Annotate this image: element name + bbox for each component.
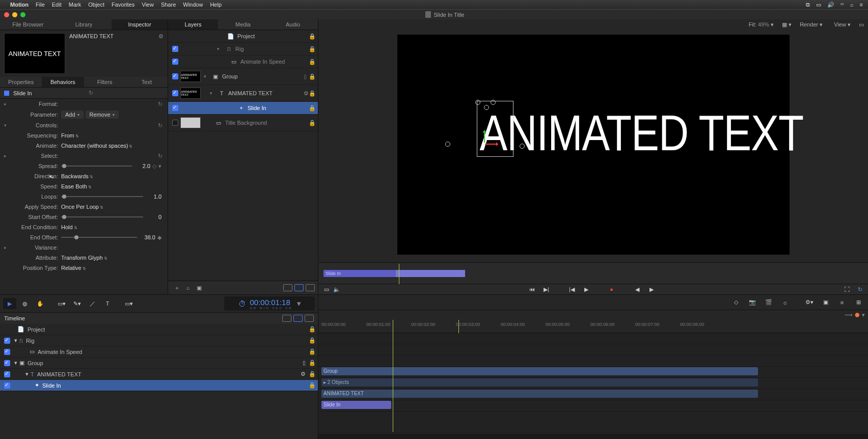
- timeline-view-3[interactable]: [305, 315, 314, 322]
- layer-row-animate-speed[interactable]: ▭ Animate In Speed🔒: [168, 56, 318, 68]
- end-offset-value[interactable]: 38.0: [137, 234, 155, 240]
- menu-app[interactable]: Motion: [10, 2, 29, 8]
- view-dropdown[interactable]: View ▾: [831, 20, 854, 29]
- tab-properties[interactable]: Properties: [0, 77, 42, 87]
- lock-icon[interactable]: 🔒: [309, 348, 316, 355]
- camera-icon[interactable]: 📷: [746, 297, 759, 308]
- layer-visible-checkbox[interactable]: [172, 90, 178, 96]
- attribute-dropdown[interactable]: Transform Glyph⇅: [61, 255, 107, 261]
- timecode-display[interactable]: ⏱ 00:00:01:18 HR MIN SEC FR ▾: [224, 296, 315, 311]
- close-window-button[interactable]: [4, 12, 9, 17]
- start-offset-value[interactable]: 0: [143, 214, 161, 220]
- tab-text[interactable]: Text: [126, 77, 168, 87]
- disclosure-icon[interactable]: ▾: [25, 371, 29, 377]
- gear-icon[interactable]: ⚙: [304, 90, 309, 97]
- playhead[interactable]: [393, 320, 393, 432]
- play-button[interactable]: ▶: [581, 285, 591, 293]
- track-visible-checkbox[interactable]: [4, 338, 10, 344]
- lock-icon[interactable]: 🔒: [309, 382, 316, 389]
- dropbox-icon[interactable]: ⧉: [806, 2, 810, 8]
- disclosure-icon[interactable]: ▾: [204, 74, 209, 79]
- gear-icon[interactable]: ⚙: [301, 371, 306, 377]
- snap-icon[interactable]: ⟿: [845, 312, 853, 318]
- audio-toggle[interactable]: 🔈: [332, 285, 342, 293]
- clip-objects[interactable]: ▸ 2 Objects: [321, 378, 758, 387]
- sequencing-dropdown[interactable]: From⇅: [61, 132, 79, 139]
- stack-icon[interactable]: ▣: [194, 283, 205, 292]
- disclosure-icon[interactable]: ▾: [4, 123, 11, 128]
- disclosure-icon[interactable]: ▾: [217, 46, 222, 51]
- end-offset-slider[interactable]: [61, 234, 137, 240]
- anchor-point[interactable]: [445, 142, 450, 147]
- timeline-view-1[interactable]: [282, 315, 291, 322]
- list-icon[interactable]: ≡: [835, 297, 849, 308]
- spotlight-icon[interactable]: ⌕: [850, 2, 854, 8]
- layer-visible-checkbox[interactable]: [172, 59, 178, 65]
- menu-help[interactable]: Help: [210, 2, 222, 8]
- notifications-icon[interactable]: ≡: [860, 2, 863, 8]
- lock-icon[interactable]: 🔒: [309, 59, 316, 65]
- tab-audio[interactable]: Audio: [268, 19, 318, 30]
- layer-row-group[interactable]: ANIMATED TEXT ▾ ▣ Group▯🔒: [168, 68, 318, 85]
- tab-library[interactable]: Library: [56, 19, 112, 30]
- direction-dropdown[interactable]: Backwards⇅: [61, 173, 93, 179]
- lock-icon[interactable]: 🔒: [309, 33, 316, 40]
- timeline-view-2[interactable]: [293, 315, 303, 322]
- hud-icon[interactable]: ▯: [302, 73, 309, 80]
- pen-tool[interactable]: ✎▾: [70, 298, 84, 309]
- display-option-3[interactable]: [306, 284, 315, 291]
- wifi-icon[interactable]: ⌔: [840, 2, 844, 8]
- layer-row-animated-text[interactable]: ANIMATED TEXT ▾ T ANIMATED TEXT ⚙🔒: [168, 85, 318, 102]
- menu-window[interactable]: Window: [183, 2, 203, 8]
- loops-slider[interactable]: [61, 194, 143, 200]
- select-tool[interactable]: ▶: [3, 298, 16, 309]
- fullscreen-button[interactable]: ⛶: [842, 285, 852, 293]
- lock-icon[interactable]: 🔒: [309, 120, 316, 126]
- viewport-layout-icon[interactable]: ▭: [859, 21, 864, 28]
- layer-row-slide-in[interactable]: ✦ Slide In🔒: [168, 102, 318, 115]
- disclosure-icon[interactable]: ▸: [4, 245, 11, 250]
- track-visible-checkbox[interactable]: [4, 371, 10, 377]
- behavior-enable-checkbox[interactable]: [4, 91, 9, 96]
- canvas-stage[interactable]: ANIMATED TEXT: [397, 35, 790, 255]
- loop-button[interactable]: ↻: [855, 285, 865, 293]
- apply-speed-dropdown[interactable]: Once Per Loop⇅: [61, 204, 103, 210]
- render-dropdown[interactable]: Render ▾: [797, 20, 826, 29]
- selection-handle[interactable]: [491, 100, 496, 105]
- keyframe-editor-button[interactable]: ◇: [729, 297, 743, 308]
- disclosure-icon[interactable]: ▸: [4, 101, 11, 106]
- menu-mark[interactable]: Mark: [69, 2, 81, 8]
- x-axis-arrow[interactable]: [485, 144, 498, 145]
- lock-icon[interactable]: 🔒: [309, 371, 316, 377]
- behavior-reset-icon[interactable]: ↻: [89, 90, 164, 96]
- timeline-body[interactable]: Group ▸ 2 Objects ANIMATED TEXT Slide In: [318, 333, 868, 439]
- volume-icon[interactable]: 🔊: [827, 2, 834, 8]
- menu-share[interactable]: Share: [161, 2, 176, 8]
- adjustments-icon[interactable]: ☼: [778, 297, 792, 308]
- tab-media[interactable]: Media: [218, 19, 268, 30]
- reset-icon[interactable]: ↻: [156, 122, 164, 129]
- rotation-handle[interactable]: [484, 105, 489, 110]
- clip-animated-text[interactable]: ANIMATED TEXT: [321, 390, 758, 398]
- display-icon[interactable]: ▭: [816, 2, 821, 8]
- keyframe-icon[interactable]: ◇: [152, 163, 158, 170]
- menu-edit[interactable]: Edit: [52, 2, 62, 8]
- tab-layers[interactable]: Layers: [168, 19, 218, 30]
- canvas-text[interactable]: ANIMATED TEXT: [480, 108, 803, 158]
- lock-icon[interactable]: 🔒: [309, 90, 316, 97]
- display-option-1[interactable]: [283, 284, 292, 291]
- layer-visible-checkbox[interactable]: [172, 120, 178, 126]
- canvas-viewport[interactable]: ANIMATED TEXT: [318, 30, 868, 262]
- clip-slide-in[interactable]: Slide In: [321, 401, 391, 409]
- timing-display-toggle[interactable]: ▭: [321, 285, 332, 293]
- disclosure-icon[interactable]: ▸: [4, 153, 11, 158]
- track-visible-checkbox[interactable]: [4, 382, 10, 389]
- marker-icon[interactable]: ⬣: [855, 312, 860, 318]
- spread-value[interactable]: 2.0: [132, 163, 150, 169]
- menu-file[interactable]: File: [36, 2, 45, 8]
- layer-row-project[interactable]: 📄 Project🔒: [168, 30, 318, 43]
- layer-visible-checkbox[interactable]: [172, 73, 178, 79]
- mask-tool[interactable]: ▭▾: [122, 298, 135, 309]
- color-channels-icon[interactable]: ▦ ▾: [782, 21, 792, 28]
- lock-icon[interactable]: 🔒: [309, 105, 316, 112]
